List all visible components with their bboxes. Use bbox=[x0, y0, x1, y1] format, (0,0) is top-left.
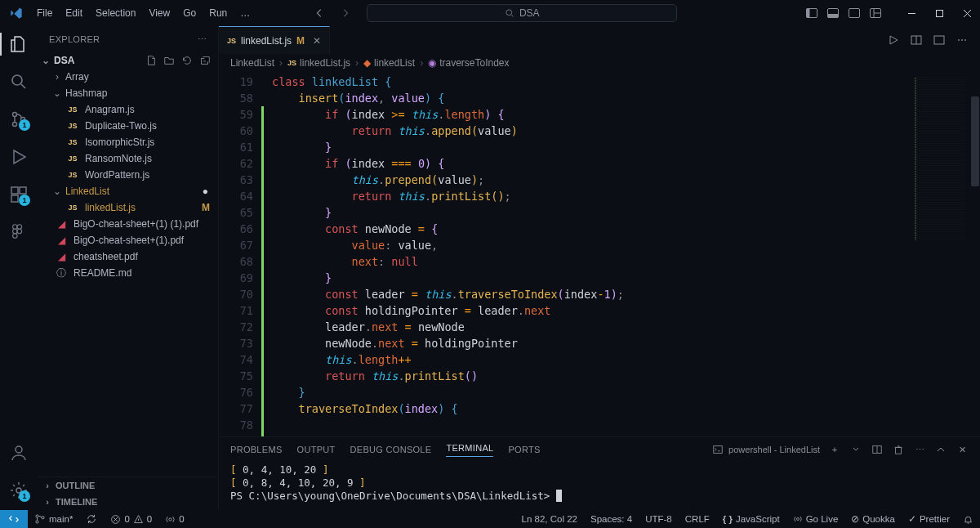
command-center[interactable]: DSA bbox=[367, 4, 677, 22]
remote-button[interactable] bbox=[0, 510, 28, 528]
file-item[interactable]: JSDuplicate-Two.js bbox=[38, 118, 218, 134]
menu-edit[interactable]: Edit bbox=[60, 4, 88, 22]
status-quokka[interactable]: ⊘Quokka bbox=[844, 513, 902, 525]
file-item[interactable]: ◢BigO-cheat-sheet+(1).pdf bbox=[38, 232, 218, 248]
window-close-icon[interactable] bbox=[960, 7, 973, 20]
terminal-split-icon[interactable] bbox=[871, 443, 884, 456]
folder-array[interactable]: › Array bbox=[38, 69, 218, 85]
menu-run[interactable]: Run bbox=[203, 4, 233, 22]
file-item[interactable]: JSRansomNote.js bbox=[38, 150, 218, 167]
activity-figma-icon[interactable] bbox=[9, 222, 29, 242]
status-branch[interactable]: main* bbox=[28, 513, 79, 525]
outline-section[interactable]: ›OUTLINE bbox=[38, 477, 218, 494]
status-spaces[interactable]: Spaces: 4 bbox=[584, 513, 639, 525]
svg-point-18 bbox=[17, 229, 22, 234]
split-right-icon[interactable] bbox=[910, 34, 923, 47]
file-item[interactable]: JSIsomorphicStr.js bbox=[38, 134, 218, 150]
breadcrumb-item[interactable]: ◉traverseToIndex bbox=[428, 57, 509, 69]
activity-extensions-icon[interactable]: 1 bbox=[9, 185, 29, 204]
breadcrumb-label: linkedList.js bbox=[300, 57, 350, 69]
refresh-icon[interactable] bbox=[180, 54, 194, 67]
new-folder-icon[interactable] bbox=[163, 54, 176, 67]
terminal-new-icon[interactable]: + bbox=[828, 443, 841, 456]
menu-go[interactable]: Go bbox=[177, 4, 202, 22]
scrollbar-thumb[interactable] bbox=[971, 96, 979, 186]
code-editor[interactable]: 1958596061626364656667686970717273747576… bbox=[219, 72, 980, 436]
status-prettier[interactable]: ✓Prettier bbox=[902, 513, 956, 525]
js-file-icon: JS bbox=[67, 138, 78, 146]
file-linkedlist-js[interactable]: JS linkedList.js M bbox=[38, 199, 218, 216]
folder-hashmap[interactable]: ⌄ Hashmap bbox=[38, 85, 218, 101]
panel-tab-terminal[interactable]: TERMINAL bbox=[446, 443, 493, 457]
activity-account-icon[interactable] bbox=[9, 443, 29, 463]
window-minimize-icon[interactable] bbox=[905, 7, 918, 20]
panel-tab-problems[interactable]: PROBLEMS bbox=[230, 445, 283, 454]
activity-scm-icon[interactable]: 1 bbox=[9, 110, 29, 129]
breadcrumb-item[interactable]: ◆linkedList bbox=[363, 57, 415, 69]
status-ports[interactable]: 0 bbox=[158, 514, 190, 525]
status-eol[interactable]: CRLF bbox=[679, 513, 716, 525]
activity-search-icon[interactable] bbox=[9, 72, 29, 92]
file-item[interactable]: ◢BigO-cheat-sheet+(1) (1).pdf bbox=[38, 216, 218, 232]
tab-close-icon[interactable]: ✕ bbox=[313, 35, 321, 47]
panel-maximize-icon[interactable] bbox=[934, 443, 947, 456]
menu-view[interactable]: View bbox=[143, 4, 176, 22]
file-item[interactable]: JSWordPattern.js bbox=[38, 167, 218, 183]
editor-tab[interactable]: JS linkedList.js M ✕ bbox=[219, 26, 330, 54]
file-item[interactable]: ⓘREADME.md bbox=[38, 265, 218, 281]
terminal-dropdown-icon[interactable] bbox=[849, 443, 862, 456]
status-sync[interactable] bbox=[79, 513, 104, 525]
breadcrumb[interactable]: LinkedList › JSlinkedList.js › ◆linkedLi… bbox=[219, 54, 980, 72]
activity-debug-icon[interactable] bbox=[9, 147, 29, 167]
toggle-panel-icon[interactable] bbox=[933, 34, 946, 47]
new-file-icon[interactable] bbox=[145, 54, 158, 67]
window-maximize-icon[interactable] bbox=[933, 7, 946, 20]
menu-file[interactable]: File bbox=[31, 4, 58, 22]
activity-settings-icon[interactable]: 1 bbox=[9, 481, 29, 500]
warning-count: 0 bbox=[147, 514, 152, 524]
run-icon[interactable] bbox=[887, 34, 900, 47]
terminal-output[interactable]: [ 0, 4, 10, 20 ] [ 0, 8, 4, 10, 20, 9 ] … bbox=[219, 462, 980, 510]
root-label: DSA bbox=[54, 55, 74, 66]
terminal-kill-icon[interactable] bbox=[892, 443, 905, 456]
nav-back-icon[interactable] bbox=[313, 7, 326, 20]
status-language[interactable]: { }JavaScript bbox=[716, 513, 786, 525]
activity-explorer-icon[interactable] bbox=[9, 34, 29, 54]
layout-panel-icon[interactable] bbox=[826, 7, 840, 20]
menu-selection[interactable]: Selection bbox=[90, 4, 141, 22]
timeline-section[interactable]: ›TIMELINE bbox=[38, 494, 218, 510]
terminal-label[interactable]: powershell - LinkedList bbox=[712, 444, 820, 455]
customize-layout-icon[interactable] bbox=[869, 7, 882, 20]
layout-secondary-icon[interactable] bbox=[848, 7, 861, 20]
modified-badge: M bbox=[202, 202, 218, 213]
vertical-scrollbar[interactable] bbox=[970, 72, 980, 436]
more-actions-icon[interactable]: ⋯ bbox=[956, 34, 969, 47]
status-golive[interactable]: Go Live bbox=[786, 513, 845, 525]
breadcrumb-item[interactable]: JSlinkedList.js bbox=[287, 57, 350, 69]
folder-linkedlist[interactable]: ⌄ LinkedList ● bbox=[38, 183, 218, 199]
status-encoding[interactable]: UTF-8 bbox=[639, 513, 679, 525]
layout-primary-icon[interactable] bbox=[805, 7, 818, 20]
panel-tab-ports[interactable]: PORTS bbox=[508, 445, 540, 454]
status-problems[interactable]: 0 0 bbox=[104, 514, 158, 525]
nav-forward-icon[interactable] bbox=[339, 7, 352, 20]
status-bar: main* 0 0 0 Ln 82, Col 22 Spaces: 4 UTF-… bbox=[0, 510, 980, 528]
status-bell-icon[interactable] bbox=[956, 513, 980, 525]
explorer-more-icon[interactable]: ⋯ bbox=[198, 34, 207, 45]
panel-tab-debug[interactable]: DEBUG CONSOLE bbox=[350, 445, 432, 454]
terminal-more-icon[interactable]: ⋯ bbox=[913, 443, 926, 456]
code-content[interactable]: class linkedList { insert(index, value) … bbox=[264, 72, 980, 436]
collapse-all-icon[interactable] bbox=[198, 54, 212, 67]
terminal-name: powershell - LinkedList bbox=[728, 445, 820, 454]
workspace-root[interactable]: ⌄ DSA bbox=[38, 52, 218, 69]
status-position[interactable]: Ln 82, Col 22 bbox=[515, 513, 584, 525]
breadcrumb-item[interactable]: LinkedList bbox=[230, 57, 274, 69]
settings-badge: 1 bbox=[19, 490, 30, 502]
panel-close-icon[interactable]: ✕ bbox=[956, 443, 969, 456]
menu-overflow[interactable]: … bbox=[234, 4, 256, 22]
file-item[interactable]: ◢cheatsheet.pdf bbox=[38, 248, 218, 265]
panel-tab-output[interactable]: OUTPUT bbox=[297, 445, 336, 454]
file-item[interactable]: JSAnagram.js bbox=[38, 101, 218, 118]
vscode-logo-icon bbox=[10, 7, 23, 20]
minimap[interactable] bbox=[911, 72, 969, 436]
